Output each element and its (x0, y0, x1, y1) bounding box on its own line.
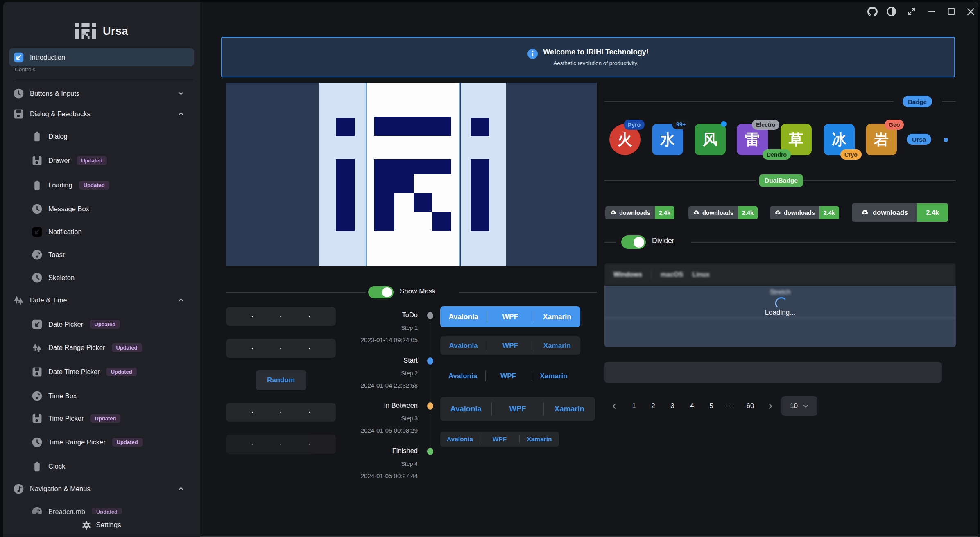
pagination-next-button[interactable] (764, 398, 776, 414)
sidebar-item-drawer[interactable]: Drawer Updated (9, 151, 194, 169)
dualbadge-section-label: DualBadge (759, 174, 803, 187)
tab-linux[interactable]: Linux (692, 271, 719, 278)
pagination-ellipsis[interactable]: ··· (723, 398, 737, 414)
avatar-electro[interactable]: 雷 Electro (737, 124, 768, 155)
sidebar-item-date-range-picker[interactable]: Date Range Picker Updated (9, 338, 194, 356)
tab-windows[interactable]: Windows (604, 271, 651, 278)
downloads-badge-3: downloads 2.4k (770, 206, 839, 219)
avatar-hydro[interactable]: 水 99+ (652, 124, 683, 155)
pagination-page-5[interactable]: 5 (705, 398, 718, 414)
chevron-up-icon[interactable] (178, 111, 184, 117)
xamarin-button[interactable]: Xamarin (534, 342, 580, 350)
sidebar-item-label: Message Box (48, 205, 89, 213)
random-button[interactable]: Random (256, 370, 306, 390)
sidebar-item-time-box[interactable]: Time Box (9, 387, 194, 405)
pagination-prev-button[interactable] (608, 398, 620, 414)
step-label: Step 3 (328, 415, 418, 422)
sidebar-item-toast[interactable]: Toast (9, 246, 194, 264)
sidebar-item-time-picker[interactable]: Time Picker Updated (9, 409, 194, 427)
sidebar-item-loading[interactable]: Loading Updated (9, 176, 194, 194)
badge-label: downloads (784, 210, 815, 216)
xamarin-button[interactable]: Xamarin (544, 404, 595, 413)
tab-macos[interactable]: macOS (652, 271, 692, 278)
wpf-button[interactable]: WPF (480, 435, 519, 443)
minimize-button[interactable] (926, 6, 937, 17)
badge-section-label: Badge (903, 96, 932, 107)
avatar-dendro[interactable]: 草 Dendro (781, 124, 812, 155)
chevron-down-icon[interactable] (178, 90, 184, 97)
pagination-page-1[interactable]: 1 (627, 398, 641, 414)
sidebar-item-time-range-picker[interactable]: Time Range Picker Updated (9, 433, 194, 451)
badge-value: 2.4k (655, 206, 674, 219)
avalonia-button[interactable]: Avalonia (440, 313, 487, 321)
sidebar-item-buttons-inputs[interactable]: Buttons & Inputs (9, 84, 194, 102)
theme-toggle-button[interactable] (886, 6, 897, 17)
avatar-cryo[interactable]: 冰 Cryo (824, 124, 855, 155)
fullscreen-button[interactable] (906, 6, 917, 17)
sidebar-item-breadcrumb[interactable]: Breadcrumb Updated (9, 503, 194, 514)
ursa-badge: Ursa (907, 134, 931, 145)
wpf-button[interactable]: WPF (492, 404, 543, 413)
sidebar-item-clock[interactable]: Clock (9, 457, 194, 475)
wpf-button[interactable]: WPF (487, 342, 533, 350)
divider-toggle[interactable] (621, 235, 646, 249)
chevron-up-icon[interactable] (178, 485, 184, 492)
show-mask-toggle[interactable] (368, 286, 394, 298)
sidebar-item-notification[interactable]: Notification (9, 223, 194, 241)
sidebar-item-dialog[interactable]: Dialog (9, 127, 194, 145)
clock-icon (32, 437, 42, 447)
wpf-button[interactable]: WPF (487, 313, 533, 321)
maximize-button[interactable] (946, 6, 957, 17)
sidebar-item-skeleton[interactable]: Skeleton (9, 268, 194, 287)
cloud-download-icon (861, 209, 869, 217)
sidebar-item-label: Dialog (48, 133, 68, 140)
divider-line (604, 180, 756, 181)
page-size-select[interactable]: 10 (781, 396, 817, 416)
toggle-knob (382, 287, 392, 297)
date-input-3[interactable] (226, 403, 336, 422)
sidebar-item-date-time-picker[interactable]: Date Time Picker Updated (9, 363, 194, 381)
close-button[interactable] (965, 6, 976, 17)
pagination-page-4[interactable]: 4 (686, 398, 699, 414)
logo-mask-image (226, 83, 597, 266)
github-button[interactable] (867, 6, 878, 17)
settings-button[interactable]: Settings (3, 514, 200, 537)
button-group-borderless: Avalonia WPF Xamarin (440, 367, 576, 385)
sidebar-item-navigation-menus[interactable]: Navigation & Menus (9, 480, 194, 498)
date-input-2[interactable] (226, 339, 336, 358)
avalonia-button[interactable]: Avalonia (440, 372, 485, 380)
updated-badge: Updated (112, 343, 142, 352)
button-group-large: Avalonia WPF Xamarin (440, 397, 595, 421)
sidebar-item-date-time[interactable]: Date & Time (9, 291, 194, 309)
sidebar-item-introduction[interactable]: Introduction (9, 48, 194, 66)
sidebar-item-message-box[interactable]: Message Box (9, 200, 194, 218)
avatar-pyro[interactable]: 火 Pyro (609, 124, 641, 155)
avatar-geo[interactable]: 岩 Geo (866, 124, 897, 155)
battery-icon (32, 180, 42, 190)
xamarin-button[interactable]: Xamarin (520, 435, 559, 443)
pagination-page-3[interactable]: 3 (666, 398, 679, 414)
date-input-4[interactable] (226, 435, 336, 454)
sidebar-item-label: Time Range Picker (48, 438, 106, 446)
avalonia-button[interactable]: Avalonia (440, 404, 491, 413)
date-input-1[interactable] (226, 307, 336, 326)
avalonia-button[interactable]: Avalonia (440, 435, 480, 443)
divider-line (604, 242, 616, 243)
dendro-badge: Dendro (763, 149, 791, 160)
pagination-page-2[interactable]: 2 (647, 398, 660, 414)
app-brand: Ursa (3, 23, 200, 39)
step-time: 2024-01-05 00:27:44 (324, 472, 418, 479)
divider-line (942, 101, 956, 102)
avalonia-button[interactable]: Avalonia (440, 342, 487, 350)
banner-subtitle: Aesthetic revolution of productivity. (543, 60, 648, 66)
sidebar-item-date-picker[interactable]: Date Picker Updated (9, 315, 194, 333)
pagination-page-60[interactable]: 60 (741, 398, 759, 414)
chevron-up-icon[interactable] (178, 297, 184, 303)
avatar-anemo[interactable]: 风 (695, 124, 726, 155)
empty-input-bar[interactable] (604, 362, 942, 383)
theme-icon (887, 7, 896, 16)
sidebar-item-dialog-feedbacks[interactable]: Dialog & Feedbacks (9, 105, 194, 123)
xamarin-button[interactable]: Xamarin (531, 372, 576, 380)
xamarin-button[interactable]: Xamarin (534, 313, 580, 321)
wpf-button[interactable]: WPF (486, 372, 531, 380)
